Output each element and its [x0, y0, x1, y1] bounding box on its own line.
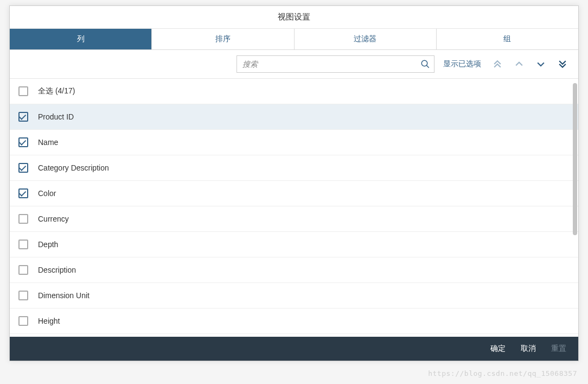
select-all-checkbox[interactable]: [18, 86, 28, 96]
select-all-label: 全选 (4/17): [38, 86, 75, 96]
list-item[interactable]: Name: [10, 130, 578, 155]
view-settings-dialog: 视图设置 列 排序 过滤器 组 显示已选项: [9, 5, 579, 361]
checkbox[interactable]: [18, 291, 28, 300]
list-item[interactable]: Product ID: [10, 104, 578, 130]
list-item[interactable]: Dimension Unit: [10, 283, 578, 309]
tab-sort[interactable]: 排序: [152, 29, 294, 49]
tab-group[interactable]: 组: [437, 29, 578, 49]
tab-filter[interactable]: 过滤器: [295, 29, 437, 49]
checkbox[interactable]: [18, 214, 28, 224]
ok-button[interactable]: 确定: [490, 344, 506, 354]
move-top-button[interactable]: [490, 56, 505, 72]
search-input[interactable]: [237, 55, 434, 73]
scrollbar[interactable]: [573, 83, 577, 235]
column-label: Dimension Unit: [38, 291, 90, 300]
tab-columns[interactable]: 列: [10, 29, 152, 49]
checkbox[interactable]: [18, 265, 28, 275]
toolbar: 显示已选项: [10, 50, 578, 79]
search-field-wrap: [237, 55, 434, 73]
list-item[interactable]: Category Description: [10, 155, 578, 181]
move-up-button[interactable]: [512, 56, 527, 72]
column-label: Category Description: [38, 163, 109, 172]
checkbox[interactable]: [18, 188, 28, 198]
select-all-row[interactable]: 全选 (4/17): [10, 79, 578, 104]
column-label: Height: [38, 317, 60, 325]
column-list[interactable]: 全选 (4/17) Product ID Name Category Descr…: [10, 79, 578, 337]
column-label: Depth: [38, 240, 58, 249]
column-label: Name: [38, 138, 58, 147]
column-list-container: 全选 (4/17) Product ID Name Category Descr…: [10, 79, 578, 337]
checkbox[interactable]: [18, 112, 28, 122]
move-down-button[interactable]: [533, 56, 548, 72]
tab-bar: 列 排序 过滤器 组: [10, 29, 578, 50]
checkbox[interactable]: [18, 163, 28, 173]
column-label: Product ID: [38, 112, 74, 121]
svg-point-0: [421, 60, 427, 66]
cancel-button[interactable]: 取消: [521, 344, 536, 354]
list-item[interactable]: Height: [10, 309, 578, 334]
checkbox[interactable]: [18, 316, 28, 326]
list-item[interactable]: Color: [10, 181, 578, 206]
checkbox[interactable]: [18, 137, 28, 147]
svg-line-1: [426, 65, 429, 68]
reset-button[interactable]: 重置: [551, 344, 566, 354]
column-label: Description: [38, 266, 76, 274]
list-item[interactable]: Currency: [10, 206, 578, 232]
column-label: Color: [38, 189, 56, 198]
move-bottom-button[interactable]: [555, 56, 570, 72]
column-label: Currency: [38, 215, 69, 223]
dialog-footer: 确定 取消 重置: [10, 337, 578, 361]
show-selected-link[interactable]: 显示已选项: [441, 59, 483, 69]
dialog-title: 视图设置: [10, 6, 578, 29]
search-icon[interactable]: [420, 59, 430, 69]
list-item[interactable]: Depth: [10, 232, 578, 257]
checkbox[interactable]: [18, 240, 28, 249]
list-item[interactable]: Description: [10, 257, 578, 283]
